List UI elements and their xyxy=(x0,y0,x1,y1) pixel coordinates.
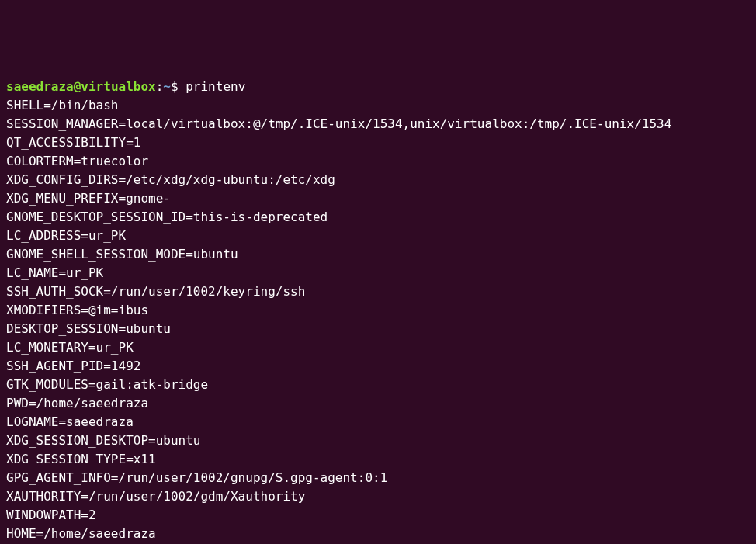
prompt-host: virtualbox xyxy=(81,79,155,94)
env-var-line: XDG_SESSION_TYPE=x11 xyxy=(6,450,750,469)
env-var-line: LC_MONETARY=ur_PK xyxy=(6,338,750,357)
prompt-colon: : xyxy=(156,79,164,94)
env-var-line: DESKTOP_SESSION=ubuntu xyxy=(6,320,750,338)
prompt-line[interactable]: saeedraza@virtualbox:~$ printenv xyxy=(6,78,750,96)
env-var-line: SHELL=/bin/bash xyxy=(6,96,750,115)
prompt-at: @ xyxy=(74,79,81,94)
prompt-path: ~ xyxy=(163,79,171,94)
env-var-line: GPG_AGENT_INFO=/run/user/1002/gnupg/S.gp… xyxy=(6,469,750,487)
env-var-line: HOME=/home/saeedraza xyxy=(6,525,750,543)
env-var-line: SESSION_MANAGER=local/virtualbox:@/tmp/.… xyxy=(6,115,750,133)
env-var-line: XDG_MENU_PREFIX=gnome- xyxy=(6,189,750,208)
env-var-line: PWD=/home/saeedraza xyxy=(6,394,750,413)
env-var-line: LC_ADDRESS=ur_PK xyxy=(6,227,750,245)
env-var-line: XDG_CONFIG_DIRS=/etc/xdg/xdg-ubuntu:/etc… xyxy=(6,171,750,189)
env-var-line: SSH_AUTH_SOCK=/run/user/1002/keyring/ssh xyxy=(6,282,750,301)
env-var-line: GNOME_DESKTOP_SESSION_ID=this-is-depreca… xyxy=(6,208,750,227)
env-var-line: XMODIFIERS=@im=ibus xyxy=(6,301,750,320)
env-var-line: SSH_AGENT_PID=1492 xyxy=(6,357,750,376)
env-var-line: LC_NAME=ur_PK xyxy=(6,264,750,282)
prompt-user: saeedraza xyxy=(6,79,74,94)
env-var-line: GNOME_SHELL_SESSION_MODE=ubuntu xyxy=(6,245,750,264)
env-var-line: GTK_MODULES=gail:atk-bridge xyxy=(6,376,750,394)
env-var-line: COLORTERM=truecolor xyxy=(6,152,750,171)
prompt-dollar: $ xyxy=(171,79,186,94)
env-var-line: WINDOWPATH=2 xyxy=(6,506,750,525)
env-var-line: LOGNAME=saeedraza xyxy=(6,413,750,431)
command-input: printenv xyxy=(186,79,245,94)
env-var-line: XDG_SESSION_DESKTOP=ubuntu xyxy=(6,431,750,450)
env-var-line: XAUTHORITY=/run/user/1002/gdm/Xauthority xyxy=(6,487,750,506)
env-var-line: QT_ACCESSIBILITY=1 xyxy=(6,133,750,152)
